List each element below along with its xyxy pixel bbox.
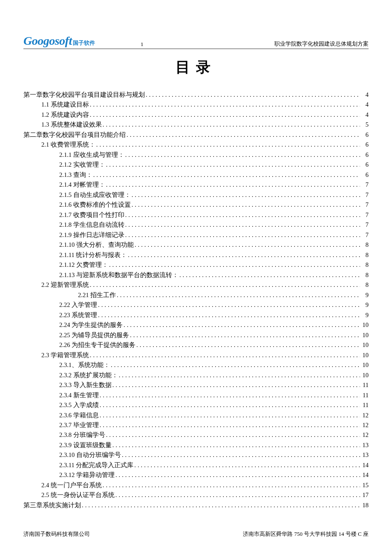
toc-dots: [98, 300, 360, 310]
toc-entry-page: 10: [361, 350, 369, 360]
toc-dots: [125, 150, 360, 160]
toc-entry-page: 13: [361, 440, 369, 450]
toc-dots: [82, 500, 360, 510]
toc-dots: [112, 380, 360, 390]
toc-dots: [124, 320, 360, 330]
toc-dots: [132, 200, 360, 210]
toc-entry: 第一章数字化校园平台项目建设目标与规划4: [23, 90, 369, 100]
toc-entry-page: 6: [361, 170, 369, 180]
logo: Googosoft 国子软件: [23, 34, 95, 48]
toc-entry-label: 2.22 入学管理: [59, 300, 97, 310]
toc-dots: [135, 240, 360, 250]
toc-entry: 2.26 为招生专干提供的服务10: [23, 340, 369, 350]
toc-entry-page: 7: [361, 220, 369, 230]
toc-entry: 1.1 系统建设目标4: [23, 100, 369, 110]
toc-entry: 2.5 统一身份认证平台系统17: [23, 490, 369, 500]
footer-address: 济南市高新区舜华路 750 号大学科技园 14 号楼 C 座: [243, 530, 369, 538]
toc-entry-page: 6: [361, 150, 369, 160]
toc-dots: [106, 180, 360, 190]
toc-entry-page: 10: [361, 320, 369, 330]
header-page-number: 1: [141, 41, 144, 48]
toc-entry-page: 7: [361, 230, 369, 240]
toc-entry-label: 2.3.1、系统功能：: [59, 360, 110, 370]
toc-entry-page: 7: [361, 180, 369, 190]
toc-entry-page: 9: [361, 290, 369, 300]
toc-dots: [122, 450, 360, 460]
toc-entry-label: 2.1.2 实收管理：: [59, 160, 105, 170]
toc-entry: 2.1.13 与迎新系统和数据平台的数据流转：8: [23, 270, 369, 280]
toc-entry: 2.3.9 设置班级数量13: [23, 440, 369, 450]
toc-entry-page: 12: [361, 420, 369, 430]
toc-dots: [125, 210, 360, 220]
toc-entry: 2.3.1、系统功能：10: [23, 360, 369, 370]
toc-entry-page: 11: [361, 400, 369, 410]
toc-entry-page: 8: [361, 260, 369, 270]
toc-dots: [112, 440, 360, 450]
toc-entry-label: 2.2 迎新管理系统: [41, 280, 89, 290]
page-title: 目录: [23, 58, 369, 77]
toc-entry: 2.1.6 收费标准的个性设置7: [23, 200, 369, 210]
toc-entry-label: 2.21 招生工作: [78, 290, 116, 300]
toc-entry-page: 8: [361, 280, 369, 290]
toc-entry: 2.1.12 欠费管理：8: [23, 260, 369, 270]
toc-entry-page: 6: [361, 140, 369, 150]
toc-entry-page: 11: [361, 390, 369, 400]
toc-dots: [136, 340, 360, 350]
toc-entry-page: 13: [361, 450, 369, 460]
toc-entry-label: 2.4 统一门户平台系统: [41, 480, 102, 490]
toc-dots: [103, 480, 360, 490]
toc-entry-label: 1.2 系统建设内容: [41, 110, 89, 120]
toc-entry: 2.1.8 学生信息自动流转7: [23, 220, 369, 230]
logo-sub-text: 国子软件: [73, 39, 95, 47]
toc-dots: [90, 280, 360, 290]
toc-entry: 2.23 系统管理9: [23, 310, 369, 320]
toc-entry-label: 第二章数字化校园平台项目功能介绍: [23, 130, 126, 140]
toc-entry: 2.22 入学管理9: [23, 300, 369, 310]
toc-entry-label: 2.1.3 查询：: [59, 170, 92, 180]
toc-entry-page: 10: [361, 370, 369, 380]
toc-entry-page: 6: [361, 130, 369, 140]
toc-entry-page: 7: [361, 200, 369, 210]
toc-entry: 2.3.11 分配完成导入正式库14: [23, 460, 369, 470]
toc-dots: [117, 290, 360, 300]
toc-entry: 2.1.7 收费项目个性打印7: [23, 210, 369, 220]
toc-entry-page: 14: [361, 470, 369, 480]
toc-entry-label: 2.3.3 导入新生数据: [59, 380, 112, 390]
toc-entry-label: 2.3.7 毕业管理: [59, 420, 99, 430]
toc-entry: 2.3.2 系统扩展功能：10: [23, 370, 369, 380]
toc-entry: 1.3 系统整体建设效果5: [23, 120, 369, 130]
page-footer: 济南国子数码科技有限公司 济南市高新区舜华路 750 号大学科技园 14 号楼 …: [23, 530, 369, 538]
toc-entry-page: 9: [361, 310, 369, 320]
toc-entry-page: 8: [361, 270, 369, 280]
toc-entry: 2.3.6 学籍信息12: [23, 410, 369, 420]
toc-dots: [93, 170, 360, 180]
toc-entry: 2.2 迎新管理系统8: [23, 280, 369, 290]
toc-entry-page: 9: [361, 300, 369, 310]
toc-entry-page: 5: [361, 120, 369, 130]
toc-dots: [127, 130, 360, 140]
toc-entry-page: 4: [361, 110, 369, 120]
toc-entry-label: 2.3.12 学籍异动管理: [59, 470, 115, 480]
toc-entry: 2.21 招生工作9: [23, 290, 369, 300]
toc-dots: [98, 310, 360, 320]
toc-dots: [90, 350, 360, 360]
toc-entry-label: 2.23 系统管理: [59, 310, 97, 320]
toc-entry-page: 10: [361, 360, 369, 370]
toc-dots: [100, 420, 360, 430]
toc-entry-page: 12: [361, 430, 369, 440]
toc-entry-page: 4: [361, 100, 369, 110]
toc-entry-label: 1.3 系统整体建设效果: [41, 120, 102, 130]
toc-dots: [128, 250, 360, 260]
toc-entry-page: 18: [361, 500, 369, 510]
toc-entry: 2.1.1 应收生成与管理：6: [23, 150, 369, 160]
toc-entry-label: 2.5 统一身份认证平台系统: [41, 490, 115, 500]
toc-entry-label: 2.25 为辅导员提供的服务: [59, 330, 129, 340]
toc-entry-page: 14: [361, 460, 369, 470]
toc-dots: [100, 390, 360, 400]
toc-entry-label: 2.1.9 操作日志详细记录: [59, 230, 124, 240]
toc-entry-label: 2.3.11 分配完成导入正式库: [59, 460, 133, 470]
toc-entry-label: 2.3 学籍管理系统: [41, 350, 89, 360]
toc-dots: [109, 260, 360, 270]
toc-entry: 2.24 为学生提供的服务10: [23, 320, 369, 330]
toc-entry-page: 7: [361, 210, 369, 220]
